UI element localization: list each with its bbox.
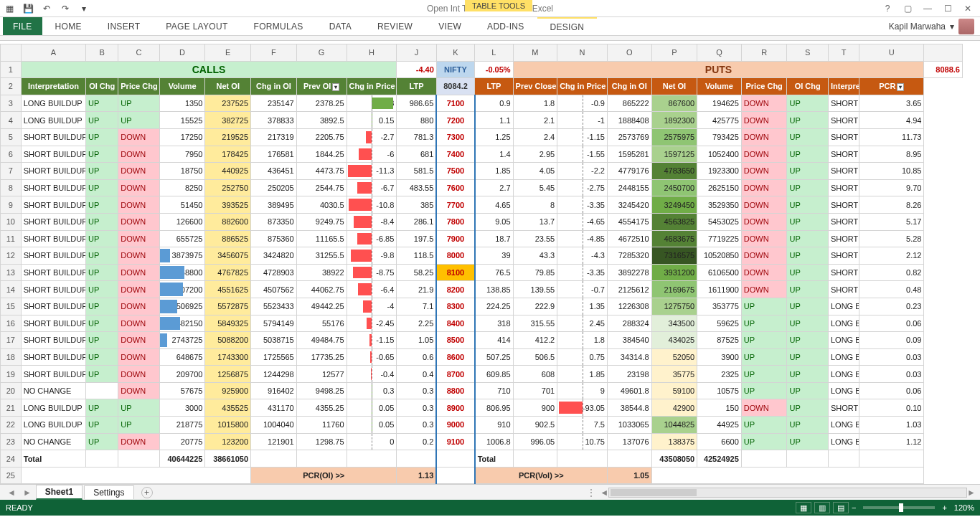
- cell[interactable]: 250205: [251, 179, 297, 196]
- cell[interactable]: UP: [787, 247, 829, 265]
- cell[interactable]: SHORT BUILDUP: [21, 163, 85, 180]
- cell[interactable]: LONG BUILDUP: [21, 399, 85, 417]
- cell[interactable]: 0.23: [859, 298, 924, 315]
- cell[interactable]: 1.8: [513, 95, 557, 112]
- cell[interactable]: 886525: [205, 230, 251, 247]
- view-pagebreak-icon[interactable]: ▤: [833, 502, 849, 513]
- cell[interactable]: 5794149: [251, 315, 297, 332]
- cell[interactable]: 900: [513, 399, 557, 417]
- row-header[interactable]: 21: [1, 399, 22, 417]
- cell[interactable]: 996.05: [513, 433, 557, 450]
- cell[interactable]: UP: [86, 399, 118, 417]
- cell[interactable]: 2.45: [557, 315, 608, 332]
- cell[interactable]: SHORT BUILDUP: [21, 196, 85, 214]
- column-header[interactable]: S: [787, 44, 829, 62]
- cell[interactable]: 10.75: [557, 433, 608, 450]
- cell[interactable]: 139.55: [513, 281, 557, 298]
- cell[interactable]: 4.94: [859, 112, 924, 129]
- cell[interactable]: 0.10: [859, 399, 924, 417]
- cell[interactable]: 4683675: [651, 230, 697, 247]
- cell[interactable]: 8600: [436, 348, 474, 366]
- cell[interactable]: LONG BUILDUP: [828, 315, 859, 332]
- cell[interactable]: DOWN: [741, 264, 787, 281]
- cell[interactable]: 435525: [205, 399, 251, 417]
- cell[interactable]: 4783650: [651, 163, 697, 180]
- ribbon-options-icon[interactable]: ▢: [900, 4, 915, 14]
- cell[interactable]: DOWN: [118, 179, 160, 196]
- cell[interactable]: -2.7: [347, 128, 397, 146]
- cell[interactable]: LONG BUILDUP: [828, 366, 859, 383]
- cell[interactable]: 7700: [436, 196, 474, 214]
- cell[interactable]: DOWN: [741, 128, 787, 146]
- zoom-slider[interactable]: [863, 506, 935, 509]
- col-oichg-put[interactable]: OI Chg: [787, 78, 829, 95]
- cell[interactable]: 126600: [159, 213, 205, 230]
- cell[interactable]: UP: [741, 348, 787, 366]
- cell[interactable]: 252750: [205, 179, 251, 196]
- cell[interactable]: 5453025: [697, 213, 742, 230]
- cell[interactable]: SHORT BUILDUP: [21, 366, 85, 383]
- cell[interactable]: 0.4: [397, 366, 436, 383]
- col-pricechg[interactable]: Price Chg: [118, 78, 160, 95]
- tab-review[interactable]: REVIEW: [364, 17, 425, 35]
- cell[interactable]: DOWN: [118, 264, 160, 281]
- row-header[interactable]: 12: [1, 247, 22, 265]
- cell[interactable]: LONG BUILDUP: [828, 417, 859, 434]
- strike-header[interactable]: 8084.2: [436, 78, 474, 95]
- cell[interactable]: UP: [86, 247, 118, 265]
- cell[interactable]: 42900: [651, 399, 697, 417]
- cell[interactable]: 1597125: [651, 146, 697, 163]
- cell[interactable]: 9.70: [859, 179, 924, 196]
- cell[interactable]: 1595281: [607, 146, 651, 163]
- cell[interactable]: 873350: [251, 213, 297, 230]
- cell[interactable]: 121901: [251, 433, 297, 450]
- cell[interactable]: 389495: [251, 196, 297, 214]
- cell[interactable]: 882600: [205, 213, 251, 230]
- redo-icon[interactable]: ↷: [59, 2, 72, 15]
- cell[interactable]: 793425: [697, 128, 742, 146]
- cell[interactable]: 49442.25: [296, 298, 347, 315]
- cell[interactable]: 2448155: [607, 179, 651, 196]
- spreadsheet-grid[interactable]: ABCDEFGHJKLMNOPQRSTU 1 CALLS -4.40 NIFTY…: [0, 44, 980, 484]
- cell[interactable]: 315.55: [513, 315, 557, 332]
- cell[interactable]: UP: [86, 298, 118, 315]
- col-pcr[interactable]: PCR: [859, 78, 924, 95]
- cell[interactable]: 6106500: [697, 264, 742, 281]
- cell[interactable]: 9249.75: [296, 213, 347, 230]
- cell[interactable]: SHORT BUILDUP: [21, 247, 85, 265]
- cell[interactable]: DOWN: [118, 315, 160, 332]
- cell[interactable]: SHORT BUILDUP: [828, 196, 859, 214]
- cell[interactable]: 1892300: [651, 112, 697, 129]
- cell[interactable]: 343500: [651, 315, 697, 332]
- cell[interactable]: 431170: [251, 399, 297, 417]
- cell[interactable]: 31255.5: [296, 247, 347, 265]
- cell[interactable]: UP: [86, 179, 118, 196]
- cell[interactable]: DOWN: [118, 332, 160, 349]
- row-header[interactable]: 3: [1, 95, 22, 112]
- cell[interactable]: -4.3: [557, 247, 608, 265]
- cell[interactable]: UP: [741, 433, 787, 450]
- cell[interactable]: UP: [741, 382, 787, 399]
- cell[interactable]: 916402: [251, 382, 297, 399]
- row-header[interactable]: 10: [1, 213, 22, 230]
- cell[interactable]: UP: [787, 315, 829, 332]
- cell[interactable]: SHORT BUILDUP: [828, 213, 859, 230]
- col-netoi-put[interactable]: Net OI: [651, 78, 697, 95]
- cell[interactable]: 4.05: [513, 163, 557, 180]
- cell[interactable]: 4355.25: [296, 399, 347, 417]
- cell[interactable]: 1033065: [607, 417, 651, 434]
- cell[interactable]: 18750: [159, 163, 205, 180]
- cell[interactable]: DOWN: [741, 399, 787, 417]
- cell[interactable]: 0.09: [859, 332, 924, 349]
- cell[interactable]: DOWN: [741, 230, 787, 247]
- cell[interactable]: UP: [787, 417, 829, 434]
- cell[interactable]: 150: [697, 399, 742, 417]
- cell[interactable]: 9498.25: [296, 382, 347, 399]
- cell[interactable]: DOWN: [118, 230, 160, 247]
- cell[interactable]: 9.05: [475, 213, 513, 230]
- cell[interactable]: 8: [513, 196, 557, 214]
- col-prevclose[interactable]: Prev Close: [513, 78, 557, 95]
- cell[interactable]: 209700: [159, 366, 205, 383]
- cell[interactable]: 4473.75: [296, 163, 347, 180]
- cell[interactable]: DOWN: [741, 196, 787, 214]
